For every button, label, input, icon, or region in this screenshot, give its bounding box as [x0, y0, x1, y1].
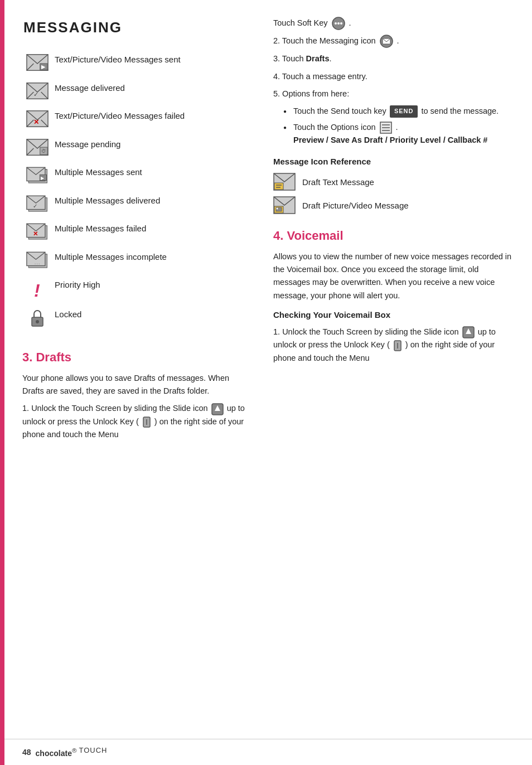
svg-text:!: ! — [34, 280, 40, 299]
label-cell: Priority High — [52, 276, 251, 306]
label-cell: Message pending — [52, 135, 251, 164]
label-cell: Message delivered — [52, 79, 251, 108]
delivered-icon: ✓ — [26, 82, 49, 101]
table-row: ▶ Text/Picture/Video Messages sent — [22, 51, 251, 79]
label-cell: Multiple Messages sent — [52, 163, 251, 192]
sent-icon: ▶ — [26, 54, 49, 72]
msg-icon-ref-heading: Message Icon Reference — [273, 156, 515, 168]
page-title: MESSAGING — [22, 17, 251, 38]
svg-text:▶: ▶ — [41, 64, 46, 70]
list-item: Touch the Send touch key SEND to send th… — [283, 105, 515, 118]
up-to-text: up to — [478, 327, 496, 336]
label-cell: Multiple Messages failed — [52, 220, 251, 248]
footer-brand: chocolate® TOUCH — [36, 745, 108, 759]
multi-delivered-icon: ✓ — [26, 195, 49, 214]
icon-cell: ✕ — [22, 220, 52, 248]
icon-cell: ✓ — [22, 79, 52, 108]
options-icon — [380, 122, 392, 134]
left-column: MESSAGING ▶ — [22, 17, 268, 722]
section4-steps: 1. Unlock the Touch Screen by sliding th… — [273, 326, 515, 365]
multi-incomplete-icon: … — [26, 251, 49, 270]
table-row: … Multiple Messages incomplete — [22, 248, 251, 277]
label-cell: Text/Picture/Video Messages failed — [52, 107, 251, 135]
svg-point-39 — [335, 22, 337, 25]
draft-pic-label: Draft Picture/Video Message — [302, 200, 409, 212]
svg-point-55 — [277, 207, 278, 209]
table-row: ✕ Text/Picture/Video Messages failed — [22, 107, 251, 135]
slide-icon — [211, 403, 224, 415]
list-item: 1. Unlock the Touch Screen by sliding th… — [273, 326, 515, 365]
footer-brand-suffix: TOUCH — [79, 746, 107, 754]
pending-icon: ⏱ — [26, 138, 49, 157]
step2-text: 2. Touch the Messaging icon . — [273, 35, 515, 48]
section4-heading: 4. Voicemail — [273, 226, 515, 245]
step-text-upTo: up to — [227, 404, 245, 413]
section3-heading: 3. Drafts — [22, 348, 251, 366]
svg-text:⏱: ⏱ — [41, 148, 46, 153]
icon-cell: ⏱ — [22, 135, 52, 164]
label-cell: Multiple Messages delivered — [52, 192, 251, 220]
messaging-icon — [380, 35, 393, 48]
table-row: Locked — [22, 306, 251, 335]
step4-text: 4. Touch a message entry. — [273, 70, 515, 83]
section3-steps: 1. Unlock the Touch Screen by sliding th… — [22, 402, 251, 441]
section4-body: Allows you to view the number of new voi… — [273, 250, 515, 302]
table-row: ⏱ Message pending — [22, 135, 251, 164]
svg-point-40 — [337, 22, 340, 25]
icon-cell: ! — [22, 276, 52, 306]
left-accent — [0, 0, 4, 765]
draft-text-ref-row: Draft Text Message — [273, 173, 515, 192]
table-row: ▶ Multiple Messages sent — [22, 163, 251, 192]
slide-icon-2 — [462, 326, 475, 338]
svg-text:✓: ✓ — [33, 202, 37, 209]
footer-page-number: 48 — [22, 747, 31, 758]
step3-text: 3. Touch Drafts. — [273, 52, 515, 65]
draft-pic-icon — [273, 196, 296, 215]
icon-cell: ✕ — [22, 107, 52, 135]
right-column: Touch Soft Key . 2. Touch the Messaging … — [268, 17, 515, 722]
icon-cell: ✓ — [22, 192, 52, 220]
label-cell: Multiple Messages incomplete — [52, 248, 251, 277]
table-row: ✓ Multiple Messages delivered — [22, 192, 251, 220]
section3-body: Your phone allows you to save Drafts of … — [22, 372, 251, 398]
svg-text:✓: ✓ — [33, 90, 38, 97]
table-row: ✓ Message delivered — [22, 79, 251, 108]
msg-icon-ref-section: Message Icon Reference Draft Text Messag… — [273, 156, 515, 215]
icon-cell: ▶ — [22, 163, 52, 192]
priority-high-icon: ! — [32, 279, 43, 299]
label-cell: Locked — [52, 306, 251, 335]
unlock-key-icon-2 — [393, 340, 402, 352]
table-row: ✕ Multiple Messages failed — [22, 220, 251, 248]
registered-mark: ® — [72, 747, 77, 754]
step-number: 1. — [22, 404, 31, 413]
svg-text:✕: ✕ — [33, 118, 39, 126]
step-number: 1. — [273, 327, 282, 336]
footer: 48 chocolate® TOUCH — [0, 739, 532, 765]
icon-cell — [22, 306, 52, 335]
touch-soft-key-step: Touch Soft Key . — [273, 17, 515, 30]
svg-point-33 — [36, 320, 39, 323]
svg-text:▶: ▶ — [41, 176, 45, 181]
list-item: 1. Unlock the Touch Screen by sliding th… — [22, 402, 251, 441]
soft-key-icon — [332, 17, 345, 30]
locked-icon — [29, 308, 46, 328]
options-menu-items: Preview / Save As Draft / Priority Level… — [293, 135, 487, 144]
multi-sent-icon: ▶ — [26, 166, 49, 185]
table-row: ! Priority High — [22, 276, 251, 306]
svg-text:✕: ✕ — [33, 230, 38, 237]
multi-failed-icon: ✕ — [26, 222, 49, 241]
svg-text:…: … — [34, 258, 40, 265]
draft-text-icon — [273, 173, 296, 192]
checking-voicemail-heading: Checking Your Voicemail Box — [273, 309, 515, 322]
step5-text: 5. Options from here: — [273, 88, 515, 100]
draft-text-label: Draft Text Message — [302, 176, 374, 189]
options-bullets: Touch the Send touch key SEND to send th… — [273, 105, 515, 147]
svg-rect-49 — [274, 183, 283, 190]
send-button-label: SEND — [390, 105, 418, 118]
icon-cell: ▶ — [22, 51, 52, 79]
list-item: Touch the Options icon . Preview / Save … — [283, 121, 515, 147]
label-cell: Text/Picture/Video Messages sent — [52, 51, 251, 79]
draft-pic-ref-row: Draft Picture/Video Message — [273, 196, 515, 215]
icon-reference-table: ▶ Text/Picture/Video Messages sent — [22, 51, 251, 335]
icon-cell: … — [22, 248, 52, 277]
